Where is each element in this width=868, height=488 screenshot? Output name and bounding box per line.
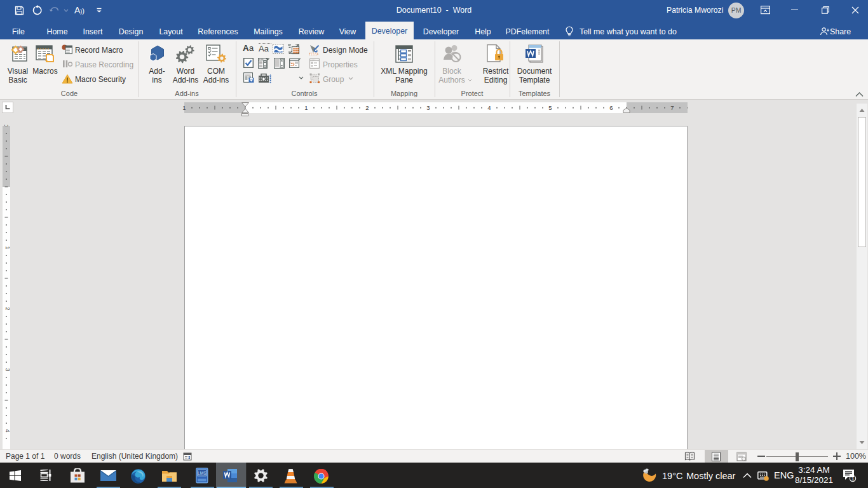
svg-text:1: 1	[304, 104, 308, 111]
svg-text:2: 2	[4, 307, 10, 310]
svg-text:4: 4	[4, 429, 10, 432]
svg-text:2: 2	[365, 104, 369, 111]
svg-text:1: 1	[4, 246, 10, 249]
svg-text:1: 1	[851, 475, 855, 482]
svg-text:4: 4	[487, 104, 491, 111]
svg-text:7: 7	[670, 104, 674, 111]
svg-text:3: 3	[426, 104, 430, 111]
svg-text:6: 6	[609, 104, 613, 111]
svg-text:5: 5	[548, 104, 552, 111]
svg-text:LMS: LMS	[198, 471, 207, 475]
svg-text:3: 3	[4, 368, 10, 371]
svg-text:1: 1	[182, 104, 186, 111]
